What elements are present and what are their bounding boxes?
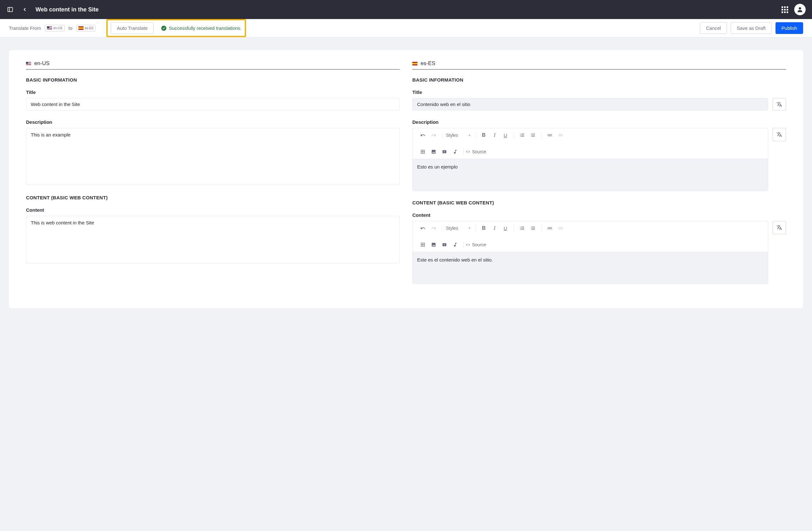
field-label-title: Title bbox=[26, 89, 400, 95]
target-column-header: es-ES bbox=[412, 60, 786, 70]
topbar: Web content in the Site bbox=[0, 0, 812, 19]
translate-field-button[interactable] bbox=[773, 98, 786, 110]
es-flag-icon bbox=[412, 62, 417, 65]
image-icon[interactable] bbox=[430, 148, 437, 156]
target-locale-chip[interactable]: es-ES bbox=[76, 25, 96, 31]
section-title-content: CONTENT (BASIC WEB CONTENT) bbox=[26, 195, 400, 200]
source-label: Source bbox=[472, 149, 486, 154]
video-icon[interactable] bbox=[440, 241, 448, 249]
content-editor-body[interactable]: Este es el contenido web en el sitio. bbox=[413, 252, 768, 284]
bold-icon[interactable]: B bbox=[480, 224, 488, 232]
source-column-header: en-US bbox=[26, 60, 400, 70]
field-label-content: Content bbox=[26, 207, 400, 213]
source-button[interactable]: Source bbox=[466, 242, 486, 247]
field-label-description: Description bbox=[26, 119, 400, 125]
source-locale-label: en-US bbox=[34, 60, 49, 67]
target-locale-text: es-ES bbox=[85, 26, 93, 30]
back-icon[interactable] bbox=[21, 6, 29, 13]
publish-button[interactable]: Publish bbox=[775, 22, 803, 34]
toolbar: Translate From en-US to es-ES Auto Trans… bbox=[0, 19, 812, 38]
italic-icon[interactable]: I bbox=[491, 224, 498, 232]
chevron-down-icon bbox=[468, 226, 472, 230]
underline-icon[interactable]: U bbox=[502, 131, 509, 139]
code-icon bbox=[466, 149, 470, 154]
styles-label: Styles bbox=[446, 226, 458, 231]
save-draft-button[interactable]: Save as Draft bbox=[731, 22, 772, 34]
success-message-text: Successfully received translations. bbox=[169, 25, 242, 31]
editor-toolbar: Styles B I U bbox=[413, 128, 768, 159]
translate-field-button[interactable] bbox=[773, 221, 786, 234]
source-description-textarea: This is an example bbox=[26, 128, 400, 185]
chevron-down-icon bbox=[468, 133, 472, 137]
content-editor: Styles B I U bbox=[412, 221, 768, 284]
to-label: to bbox=[69, 25, 73, 31]
unlink-icon[interactable] bbox=[557, 131, 564, 139]
table-icon[interactable] bbox=[419, 241, 426, 249]
source-locale-text: en-US bbox=[53, 26, 62, 30]
redo-icon[interactable] bbox=[430, 224, 437, 232]
description-editor-body[interactable]: Esto es un ejemplo bbox=[413, 159, 768, 191]
source-column: en-US BASIC INFORMATION Title Descriptio… bbox=[26, 60, 400, 293]
success-message: Successfully received translations. bbox=[161, 25, 242, 31]
field-label-title: Title bbox=[412, 89, 786, 95]
undo-icon[interactable] bbox=[419, 131, 426, 139]
avatar[interactable] bbox=[794, 4, 806, 15]
svg-rect-0 bbox=[8, 7, 13, 12]
translate-from-label: Translate From bbox=[9, 25, 41, 31]
italic-icon[interactable]: I bbox=[491, 131, 498, 139]
source-content-textarea: This is web content in the Site bbox=[26, 216, 400, 263]
image-icon[interactable] bbox=[430, 241, 437, 249]
svg-point-2 bbox=[799, 7, 801, 10]
styles-label: Styles bbox=[446, 133, 458, 138]
table-icon[interactable] bbox=[419, 148, 426, 156]
section-title-basic-info: BASIC INFORMATION bbox=[26, 77, 400, 83]
source-title-input bbox=[26, 98, 400, 110]
undo-icon[interactable] bbox=[419, 224, 426, 232]
link-icon[interactable] bbox=[546, 131, 554, 139]
video-icon[interactable] bbox=[440, 148, 448, 156]
check-circle-icon bbox=[161, 26, 166, 31]
underline-icon[interactable]: U bbox=[502, 224, 509, 232]
link-icon[interactable] bbox=[546, 224, 554, 232]
target-locale-label: es-ES bbox=[421, 60, 435, 67]
description-editor: Styles B I U bbox=[412, 128, 768, 191]
field-label-description: Description bbox=[412, 119, 786, 125]
section-title-basic-info: BASIC INFORMATION bbox=[412, 77, 786, 83]
ordered-list-icon[interactable] bbox=[518, 131, 526, 139]
code-icon bbox=[466, 242, 470, 247]
field-label-content: Content bbox=[412, 212, 786, 218]
source-label: Source bbox=[472, 242, 486, 247]
es-flag-icon bbox=[78, 26, 84, 30]
cancel-button[interactable]: Cancel bbox=[700, 22, 727, 34]
page-title: Web content in the Site bbox=[35, 6, 99, 13]
us-flag-icon bbox=[47, 26, 52, 30]
styles-dropdown[interactable]: Styles bbox=[444, 226, 473, 231]
us-flag-icon bbox=[26, 62, 31, 65]
redo-icon[interactable] bbox=[430, 131, 437, 139]
auto-translate-highlight: Auto Translate Successfully received tra… bbox=[106, 19, 246, 37]
target-column: es-ES BASIC INFORMATION Title Descriptio… bbox=[412, 60, 786, 293]
unordered-list-icon[interactable] bbox=[529, 131, 537, 139]
editor-toolbar: Styles B I U bbox=[413, 221, 768, 252]
section-title-content: CONTENT (BASIC WEB CONTENT) bbox=[412, 200, 786, 205]
main: en-US BASIC INFORMATION Title Descriptio… bbox=[0, 38, 812, 321]
panel-toggle-icon[interactable] bbox=[6, 6, 14, 13]
translate-field-button[interactable] bbox=[773, 128, 786, 141]
styles-dropdown[interactable]: Styles bbox=[444, 133, 473, 138]
source-button[interactable]: Source bbox=[466, 149, 486, 154]
source-locale-chip[interactable]: en-US bbox=[45, 25, 64, 31]
audio-icon[interactable] bbox=[451, 148, 459, 156]
unordered-list-icon[interactable] bbox=[529, 224, 537, 232]
audio-icon[interactable] bbox=[451, 241, 459, 249]
target-title-input[interactable] bbox=[412, 98, 768, 110]
ordered-list-icon[interactable] bbox=[518, 224, 526, 232]
apps-icon[interactable] bbox=[781, 6, 788, 13]
translation-panel: en-US BASIC INFORMATION Title Descriptio… bbox=[9, 50, 803, 308]
auto-translate-button[interactable]: Auto Translate bbox=[111, 22, 154, 34]
unlink-icon[interactable] bbox=[557, 224, 564, 232]
bold-icon[interactable]: B bbox=[480, 131, 488, 139]
